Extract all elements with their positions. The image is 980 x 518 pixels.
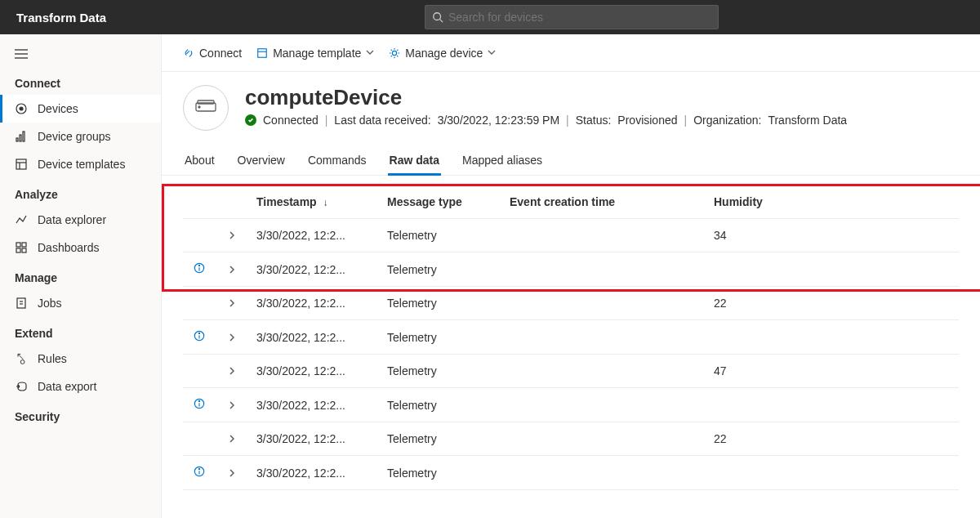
table-row[interactable]: 3/30/2022, 12:2...Telemetry22 xyxy=(183,422,959,456)
table-row[interactable]: 3/30/2022, 12:2...Telemetry22 xyxy=(183,287,959,320)
sidebar-item-label: Devices xyxy=(38,102,78,115)
connect-label: Connect xyxy=(199,47,242,60)
cell-humidity: 22 xyxy=(706,287,959,320)
search-wrap xyxy=(425,5,719,29)
expand-icon[interactable] xyxy=(228,469,236,477)
last-data-label: Last data received: xyxy=(334,114,430,127)
templates-icon xyxy=(15,158,28,171)
cell-message-type: Telemetry xyxy=(379,320,501,355)
expand-icon[interactable] xyxy=(228,435,236,443)
tab-about[interactable]: About xyxy=(183,145,216,175)
sidebar-item-rules[interactable]: Rules xyxy=(0,345,161,373)
jobs-icon xyxy=(15,297,28,310)
manage-template-action[interactable]: Manage template xyxy=(256,47,374,60)
manage-template-label: Manage template xyxy=(273,47,361,60)
device-status-line: Connected | Last data received: 3/30/202… xyxy=(245,114,847,127)
sidebar-item-devices[interactable]: Devices xyxy=(0,95,161,123)
cell-timestamp: 3/30/2022, 12:2... xyxy=(248,252,379,287)
table-row[interactable]: 3/30/2022, 12:2...Telemetry xyxy=(183,252,959,287)
cell-event-creation xyxy=(501,252,706,287)
raw-data-table: Timestamp ↓ Message type Event creation … xyxy=(183,185,959,490)
svg-rect-14 xyxy=(22,243,26,247)
svg-point-34 xyxy=(198,400,199,401)
col-humidity[interactable]: Humidity xyxy=(706,185,959,219)
cell-event-creation xyxy=(501,355,706,388)
app-title: Transform Data xyxy=(16,11,106,25)
cell-humidity: 22 xyxy=(706,422,959,456)
svg-rect-24 xyxy=(198,100,214,104)
action-bar: Connect Manage template Manage device xyxy=(162,34,980,72)
sidebar-item-label: Dashboards xyxy=(38,241,100,254)
manage-device-icon xyxy=(389,47,400,59)
search-icon xyxy=(432,11,443,23)
info-icon[interactable] xyxy=(194,262,205,274)
table-row[interactable]: 3/30/2022, 12:2...Telemetry xyxy=(183,456,959,490)
cell-timestamp: 3/30/2022, 12:2... xyxy=(248,388,379,422)
search-box[interactable] xyxy=(425,5,719,29)
cell-humidity: 34 xyxy=(706,219,959,252)
info-icon[interactable] xyxy=(194,330,205,342)
sidebar-item-device-templates[interactable]: Device templates xyxy=(0,150,161,178)
cell-message-type: Telemetry xyxy=(379,456,501,490)
expand-icon[interactable] xyxy=(228,367,236,375)
divider: | xyxy=(684,114,688,127)
table-row[interactable]: 3/30/2022, 12:2...Telemetry47 xyxy=(183,355,959,388)
col-event-creation[interactable]: Event creation time xyxy=(501,185,706,219)
sidebar-section-title: Analyze xyxy=(0,178,161,206)
svg-point-22 xyxy=(393,51,397,55)
connect-action[interactable]: Connect xyxy=(183,47,242,60)
sidebar-item-label: Device templates xyxy=(38,158,125,171)
connect-icon xyxy=(183,47,194,59)
expand-icon[interactable] xyxy=(228,401,236,409)
manage-device-action[interactable]: Manage device xyxy=(389,47,496,60)
tab-overview[interactable]: Overview xyxy=(236,145,287,175)
col-timestamp[interactable]: Timestamp ↓ xyxy=(248,185,379,219)
cell-humidity: 47 xyxy=(706,355,959,388)
cell-message-type: Telemetry xyxy=(379,355,501,388)
cell-humidity xyxy=(706,252,959,287)
svg-point-37 xyxy=(198,468,199,469)
device-name: computeDevice xyxy=(245,85,847,110)
sidebar-item-label: Data export xyxy=(38,380,96,393)
svg-rect-8 xyxy=(20,135,21,141)
sidebar-item-data-export[interactable]: Data export xyxy=(0,373,161,400)
table-wrap: Timestamp ↓ Message type Event creation … xyxy=(162,176,980,518)
col-message-type[interactable]: Message type xyxy=(379,185,501,219)
rules-icon xyxy=(15,352,28,365)
sidebar: ConnectDevicesDevice groupsDevice templa… xyxy=(0,34,162,518)
sidebar-section-title: Security xyxy=(0,400,161,428)
sidebar-item-device-groups[interactable]: Device groups xyxy=(0,123,161,150)
svg-point-28 xyxy=(198,265,199,266)
cell-message-type: Telemetry xyxy=(379,388,501,422)
cell-timestamp: 3/30/2022, 12:2... xyxy=(248,355,379,388)
sidebar-item-dashboards[interactable]: Dashboards xyxy=(0,234,161,261)
expand-icon[interactable] xyxy=(228,266,236,274)
svg-rect-15 xyxy=(16,248,20,252)
table-row[interactable]: 3/30/2022, 12:2...Telemetry xyxy=(183,388,959,422)
table-row[interactable]: 3/30/2022, 12:2...Telemetry34 xyxy=(183,219,959,252)
hamburger-icon xyxy=(15,49,146,59)
topbar: Transform Data xyxy=(0,0,980,34)
cell-event-creation xyxy=(501,219,706,252)
tab-commands[interactable]: Commands xyxy=(306,145,368,175)
sidebar-item-jobs[interactable]: Jobs xyxy=(0,289,161,317)
expand-icon[interactable] xyxy=(228,333,236,342)
info-icon[interactable] xyxy=(194,398,205,409)
svg-rect-20 xyxy=(258,48,267,57)
tab-raw-data[interactable]: Raw data xyxy=(388,145,441,175)
info-icon[interactable] xyxy=(194,466,205,477)
sidebar-section-title: Manage xyxy=(0,261,161,289)
svg-rect-10 xyxy=(16,159,26,169)
device-icon xyxy=(195,100,216,117)
sidebar-item-label: Jobs xyxy=(38,297,62,310)
tab-mapped-aliases[interactable]: Mapped aliases xyxy=(461,145,544,175)
sidebar-item-data-explorer[interactable]: Data explorer xyxy=(0,206,161,234)
cell-timestamp: 3/30/2022, 12:2... xyxy=(248,287,379,320)
hamburger-button[interactable] xyxy=(0,41,161,67)
expand-icon[interactable] xyxy=(228,231,236,239)
sort-down-icon: ↓ xyxy=(323,197,328,208)
manage-template-icon xyxy=(256,47,268,59)
expand-icon[interactable] xyxy=(228,299,236,307)
table-row[interactable]: 3/30/2022, 12:2...Telemetry xyxy=(183,320,959,355)
search-input[interactable] xyxy=(448,11,711,24)
